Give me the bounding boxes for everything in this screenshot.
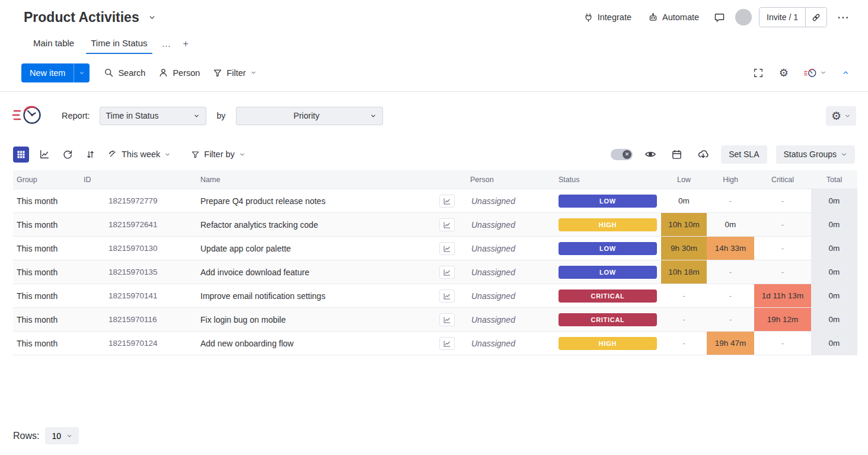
table-body: This month 18215972779 Prepare Q4 produc… (13, 189, 857, 355)
status-cell[interactable]: LOW (554, 237, 661, 260)
period-select[interactable]: This week (106, 147, 173, 161)
new-item-button[interactable]: New item (21, 63, 74, 82)
low-cell: - (661, 308, 707, 331)
row-chart-icon[interactable] (439, 266, 455, 279)
name-cell[interactable]: Prepare Q4 product release notes (196, 189, 459, 212)
row-chart-icon[interactable] (439, 313, 455, 326)
user-avatar[interactable] (735, 9, 752, 26)
status-cell[interactable]: LOW (554, 189, 661, 212)
table-row[interactable]: This month 18215970124 Add new onboardin… (13, 332, 857, 355)
person-text: Unassigned (471, 244, 515, 253)
critical-text: - (781, 244, 784, 253)
new-item-chevron-icon[interactable] (74, 63, 90, 82)
copy-link-button[interactable] (805, 8, 826, 27)
status-groups-button[interactable]: Status Groups (776, 145, 856, 164)
person-cell[interactable]: Unassigned (459, 284, 554, 307)
tab-overflow-icon[interactable]: … (157, 36, 176, 54)
person-text: Unassigned (471, 268, 515, 277)
report-type-select[interactable]: Time in Status (100, 107, 206, 125)
group-text: This month (17, 244, 58, 253)
name-cell[interactable]: Fix login bug on mobile (196, 308, 459, 331)
id-text: 18215970116 (108, 315, 157, 324)
integrate-button[interactable]: Integrate (579, 9, 636, 26)
calendar-icon[interactable] (668, 146, 685, 163)
critical-cell: 19h 12m (754, 308, 811, 331)
add-view-icon[interactable]: + (178, 36, 193, 54)
name-cell[interactable]: Add invoice download feature (196, 260, 459, 284)
status-cell[interactable]: CRITICAL (554, 284, 661, 307)
rows-per-page-select[interactable]: 10 (45, 427, 79, 444)
name-cell[interactable]: Add new onboarding flow (196, 332, 459, 355)
person-cell[interactable]: Unassigned (459, 189, 554, 212)
table-row[interactable]: This month 18215970116 Fix login bug on … (13, 308, 857, 332)
critical-text: 19h 12m (767, 315, 799, 324)
total-cell: 0m (811, 284, 857, 307)
table-row[interactable]: This month 18215970135 Add invoice downl… (13, 260, 857, 284)
person-filter-button[interactable]: Person (154, 64, 205, 81)
export-cloud-icon[interactable] (694, 145, 712, 163)
person-cell[interactable]: Unassigned (459, 213, 554, 236)
chart-view-button[interactable] (36, 147, 52, 163)
tab-main-table[interactable]: Main table (26, 35, 81, 54)
name-cell[interactable]: Update app color palette (196, 237, 459, 260)
name-cell[interactable]: Refactor analytics tracking code (196, 213, 459, 236)
board-settings-gear-icon[interactable]: ⚙ (776, 65, 792, 81)
set-sla-button[interactable]: Set SLA (721, 145, 767, 164)
automate-icon (648, 12, 658, 23)
automate-button[interactable]: Automate (643, 9, 704, 26)
row-chart-icon[interactable] (439, 289, 455, 303)
status-cell[interactable]: HIGH (554, 213, 661, 236)
group-by-select[interactable]: Priority (236, 107, 383, 125)
fullscreen-icon[interactable] (750, 65, 767, 81)
total-text: 0m (829, 196, 840, 205)
person-cell[interactable]: Unassigned (459, 308, 554, 331)
name-cell[interactable]: Improve email notification settings (196, 284, 459, 307)
col-header-total: Total (811, 176, 857, 184)
table-row[interactable]: This month 18215972641 Refactor analytic… (13, 213, 857, 237)
table-footer: Rows: 10 (0, 427, 868, 455)
table-row[interactable]: This month 18215970141 Improve email not… (13, 284, 857, 308)
low-text: - (682, 291, 685, 300)
invite-button[interactable]: Invite / 1 (760, 8, 805, 27)
search-button[interactable]: Search (99, 64, 150, 81)
time-in-status-logo (12, 103, 46, 129)
rows-per-page-value: 10 (52, 431, 61, 441)
row-chart-icon[interactable] (439, 195, 455, 208)
report-label: Report: (62, 111, 90, 120)
row-chart-icon[interactable] (439, 337, 455, 350)
grid-view-button[interactable] (13, 147, 29, 163)
id-cell: 18215970124 (80, 332, 196, 355)
collapse-toolbar-icon[interactable] (839, 66, 853, 79)
app-settings-button[interactable]: ⚙ (826, 106, 856, 126)
table-row[interactable]: This month 18215970130 Update app color … (13, 237, 857, 260)
status-cell[interactable]: HIGH (554, 332, 661, 355)
header-actions: Integrate Automate Invite / 1 ⋯ (579, 7, 853, 27)
row-chart-icon[interactable] (439, 242, 455, 255)
high-text: - (729, 268, 732, 276)
filter-label: Filter (226, 68, 245, 78)
sort-button[interactable] (82, 147, 98, 163)
updates-bubble-icon[interactable] (711, 9, 728, 26)
tab-time-in-status[interactable]: Time in Status (84, 35, 154, 54)
filter-by-button[interactable]: Filter by (189, 147, 248, 161)
group-text: This month (17, 268, 58, 277)
view-switcher-button[interactable] (801, 64, 829, 82)
board-menu-icon[interactable]: ⋯ (834, 7, 853, 27)
high-cell: 0m (707, 213, 754, 236)
table-row[interactable]: This month 18215972779 Prepare Q4 produc… (13, 189, 857, 213)
compact-toggle[interactable]: ✕ (611, 149, 633, 160)
person-cell[interactable]: Unassigned (459, 332, 554, 355)
col-header-group: Group (13, 176, 80, 184)
status-cell[interactable]: LOW (554, 260, 661, 284)
row-chart-icon[interactable] (439, 218, 455, 231)
eye-icon[interactable] (642, 145, 659, 163)
board-title-chevron-icon[interactable] (145, 11, 159, 24)
rows-label: Rows: (13, 431, 39, 441)
critical-text: - (781, 196, 784, 205)
person-cell[interactable]: Unassigned (459, 260, 554, 284)
status-cell[interactable]: CRITICAL (554, 308, 661, 331)
refresh-button[interactable] (59, 147, 75, 163)
person-cell[interactable]: Unassigned (459, 237, 554, 260)
filter-button[interactable]: Filter (208, 65, 261, 81)
total-text: 0m (829, 220, 840, 229)
